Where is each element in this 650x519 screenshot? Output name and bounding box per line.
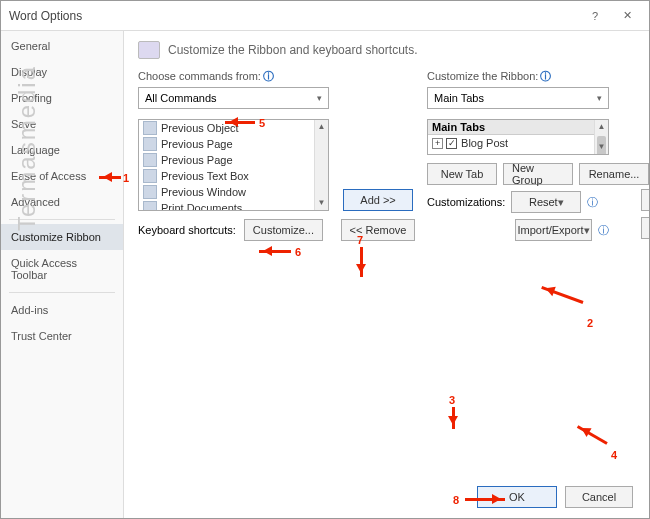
- command-item[interactable]: Previous Text Box: [139, 168, 314, 184]
- tree-node[interactable]: +Insert (Blog Post): [428, 151, 594, 154]
- checkbox[interactable]: [446, 138, 457, 149]
- command-icon: [143, 201, 157, 210]
- cancel-button[interactable]: Cancel: [565, 486, 633, 508]
- commands-column: Choose commands from:ⓘ All Commands Prev…: [138, 69, 329, 241]
- remove-button[interactable]: << Remove: [341, 219, 416, 241]
- command-item[interactable]: Print Documents...: [139, 200, 314, 210]
- close-button[interactable]: ✕: [609, 1, 645, 31]
- checkbox[interactable]: [446, 154, 457, 155]
- expand-icon[interactable]: +: [432, 138, 443, 149]
- keyboard-shortcuts-row: Keyboard shortcuts: Customize...: [138, 219, 329, 241]
- header-text: Customize the Ribbon and keyboard shortc…: [168, 43, 417, 57]
- dialog-footer: OK Cancel: [477, 486, 633, 508]
- command-icon: [143, 121, 157, 135]
- tree-node[interactable]: +Blog Post: [428, 135, 594, 151]
- keyboard-shortcuts-label: Keyboard shortcuts:: [138, 224, 236, 236]
- keyboard-customize-button[interactable]: Customize...: [244, 219, 323, 241]
- ribbon-tree[interactable]: Main Tabs +Blog Post+Insert (Blog Post)+…: [427, 119, 609, 155]
- choose-commands-label: Choose commands from:ⓘ: [138, 69, 329, 84]
- content: GeneralDisplayProofingSaveLanguageEase o…: [1, 31, 649, 518]
- move-down-button[interactable]: ▼: [641, 217, 650, 239]
- command-icon: [143, 137, 157, 151]
- nav-item-add-ins[interactable]: Add-ins: [1, 297, 123, 323]
- command-icon: [143, 185, 157, 199]
- commands-listbox[interactable]: Previous ObjectPrevious PagePrevious Pag…: [138, 119, 329, 211]
- header: Customize the Ribbon and keyboard shortc…: [138, 41, 637, 59]
- command-item[interactable]: Previous Window: [139, 184, 314, 200]
- choose-commands-dropdown[interactable]: All Commands: [138, 87, 329, 109]
- ok-button[interactable]: OK: [477, 486, 557, 508]
- nav-item-language[interactable]: Language: [1, 137, 123, 163]
- tree-heading: Main Tabs: [428, 120, 594, 135]
- nav-item-save[interactable]: Save: [1, 111, 123, 137]
- command-icon: [143, 153, 157, 167]
- titlebar: Word Options ? ✕: [1, 1, 649, 31]
- ribbon-icon: [138, 41, 160, 59]
- nav-item-display[interactable]: Display: [1, 59, 123, 85]
- move-up-button[interactable]: ▲: [641, 189, 650, 211]
- rename-button[interactable]: Rename...: [579, 163, 649, 185]
- nav-item-quick-access-toolbar[interactable]: Quick Access Toolbar: [1, 250, 123, 288]
- tree-scrollbar[interactable]: ▲ ▼: [594, 120, 608, 154]
- transfer-buttons: Add >> << Remove: [339, 69, 417, 241]
- window-title: Word Options: [9, 9, 82, 23]
- reset-button[interactable]: Reset: [511, 191, 581, 213]
- new-tab-button[interactable]: New Tab: [427, 163, 497, 185]
- command-icon: [143, 169, 157, 183]
- nav-item-advanced[interactable]: Advanced: [1, 189, 123, 215]
- customize-ribbon-dropdown[interactable]: Main Tabs: [427, 87, 609, 109]
- command-item[interactable]: Previous Page: [139, 136, 314, 152]
- help-button[interactable]: ?: [577, 1, 613, 31]
- add-button[interactable]: Add >>: [343, 189, 413, 211]
- command-item[interactable]: Previous Object: [139, 120, 314, 136]
- ribbon-column: Customize the Ribbon:ⓘ Main Tabs Main Ta…: [427, 69, 637, 241]
- command-item[interactable]: Previous Page: [139, 152, 314, 168]
- commands-scrollbar[interactable]: ▲ ▼: [314, 120, 328, 210]
- expand-icon[interactable]: +: [432, 154, 443, 155]
- nav-item-ease-of-access[interactable]: Ease of Access: [1, 163, 123, 189]
- nav-item-customize-ribbon[interactable]: Customize Ribbon: [1, 224, 123, 250]
- import-export-button[interactable]: Import/Export: [515, 219, 592, 241]
- nav-item-proofing[interactable]: Proofing: [1, 85, 123, 111]
- nav-sidebar: GeneralDisplayProofingSaveLanguageEase o…: [1, 31, 124, 518]
- new-group-button[interactable]: New Group: [503, 163, 573, 185]
- reorder-buttons: ▲ ▼: [641, 189, 650, 239]
- main-panel: Customize the Ribbon and keyboard shortc…: [124, 31, 649, 518]
- customizations-label: Customizations:: [427, 196, 505, 208]
- nav-item-general[interactable]: General: [1, 33, 123, 59]
- nav-item-trust-center[interactable]: Trust Center: [1, 323, 123, 349]
- customize-ribbon-label: Customize the Ribbon:ⓘ: [427, 69, 609, 84]
